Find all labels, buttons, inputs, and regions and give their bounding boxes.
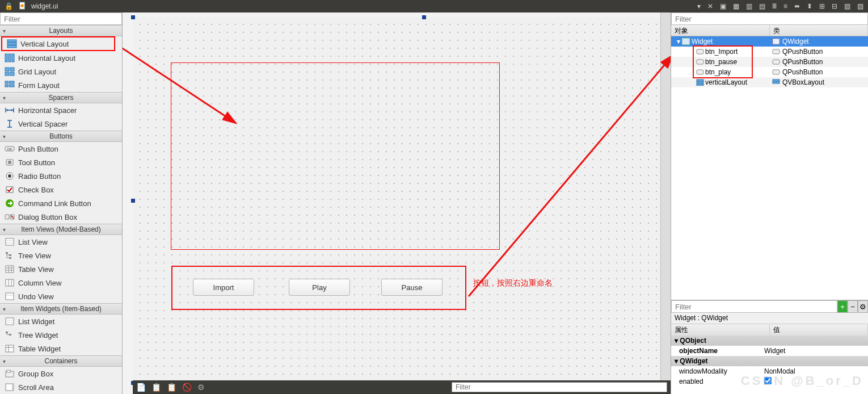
- pause-button[interactable]: Pause: [381, 279, 443, 296]
- prop-cat-qobject[interactable]: ▾ QObject: [671, 336, 868, 346]
- dropdown-icon[interactable]: ▾: [696, 2, 702, 10]
- prop-windowmodality[interactable]: windowModalityNonModal: [671, 366, 868, 376]
- widget-toolbutton[interactable]: Tool Button: [0, 156, 122, 169]
- checkbox-icon: [5, 185, 15, 194]
- hlayout-icon: [5, 53, 15, 62]
- prop-cat-qwidget[interactable]: ▾ QWidget: [671, 356, 868, 366]
- widget-listview[interactable]: List View: [0, 235, 122, 249]
- svg-rect-7: [12, 54, 14, 62]
- add-property-button[interactable]: +: [837, 300, 848, 313]
- svg-rect-30: [9, 254, 11, 256]
- button-class-icon: [772, 58, 780, 65]
- widget-dialogbuttonbox[interactable]: Dialog Button Box: [0, 210, 122, 224]
- svg-rect-6: [9, 54, 11, 62]
- prop-enabled[interactable]: enabled: [671, 376, 868, 387]
- svg-rect-37: [6, 279, 14, 286]
- inspector-row-vlayout[interactable]: verticalLayout QVBoxLayout: [671, 77, 868, 87]
- svg-rect-29: [6, 252, 8, 254]
- vertical-layout-outline[interactable]: [171, 62, 500, 250]
- expand-icon[interactable]: ▾: [677, 37, 680, 45]
- svg-rect-68: [773, 82, 779, 83]
- category-spacers[interactable]: Spacers: [0, 92, 122, 103]
- property-filter[interactable]: [671, 300, 837, 313]
- canvas-scrollbar[interactable]: [660, 12, 671, 394]
- import-button[interactable]: Import: [193, 279, 254, 296]
- svg-rect-11: [10, 72, 14, 76]
- widget-undoview[interactable]: Undo View: [0, 290, 122, 303]
- design-canvas[interactable]: Import Play Pause 按钮，按照右边重命名: [123, 12, 671, 394]
- file-icon: [19, 2, 27, 11]
- category-containers[interactable]: Containers: [0, 355, 122, 367]
- category-layouts[interactable]: Layouts: [0, 25, 122, 36]
- status-icon-1[interactable]: 📄: [136, 383, 146, 392]
- widget-pushbutton[interactable]: OKPush Button: [0, 142, 122, 156]
- widget-tablewidget[interactable]: Table Widget: [0, 342, 122, 355]
- widget-form-layout[interactable]: Form Layout: [0, 78, 122, 92]
- hsplit-icon[interactable]: ⬌: [793, 2, 801, 10]
- widget-grid-layout[interactable]: Grid Layout: [0, 65, 122, 78]
- tool3-icon[interactable]: ▥: [745, 2, 753, 10]
- widget-scrollarea[interactable]: Scroll Area: [0, 380, 122, 394]
- status-icon-4[interactable]: 🚫: [182, 383, 192, 392]
- enabled-checkbox[interactable]: [764, 377, 772, 384]
- tableview-icon: [5, 265, 15, 274]
- tool2-icon[interactable]: ▦: [732, 2, 740, 10]
- widget-treeview[interactable]: Tree View: [0, 249, 122, 262]
- property-title: Widget : QWidget: [671, 313, 868, 324]
- tool4-icon[interactable]: ▤: [758, 2, 766, 10]
- widget-tableview[interactable]: Table View: [0, 262, 122, 276]
- commandlink-icon: [5, 199, 15, 208]
- play-button[interactable]: Play: [289, 279, 350, 296]
- status-icon-2[interactable]: 📋: [151, 383, 161, 392]
- category-itemviews[interactable]: Item Views (Model-Based): [0, 224, 122, 235]
- svg-rect-46: [9, 334, 11, 336]
- widget-vertical-layout[interactable]: Vertical Layout: [1, 36, 115, 51]
- widget-radiobutton[interactable]: Radio Button: [0, 169, 122, 183]
- svg-rect-42: [6, 318, 14, 325]
- widget-treewidget[interactable]: Tree Widget: [0, 328, 122, 342]
- hlayout-icon[interactable]: Ⅲ: [771, 2, 778, 10]
- widget-checkbox[interactable]: Check Box: [0, 183, 122, 196]
- button-class-icon: [772, 48, 780, 55]
- vlayout-icon[interactable]: ≡: [782, 2, 789, 10]
- property-menu-button[interactable]: ⚙: [858, 300, 868, 313]
- lock-icon: 🔒: [3, 2, 14, 10]
- svg-rect-22: [6, 187, 13, 192]
- break-icon[interactable]: ▧: [843, 2, 852, 10]
- pushbutton-icon: OK: [5, 144, 15, 153]
- widget-horizontal-layout[interactable]: Horizontal Layout: [0, 51, 122, 65]
- form-widget[interactable]: Import Play Pause 按钮，按照右边重命名: [133, 17, 671, 383]
- widget-columnview[interactable]: Column View: [0, 276, 122, 290]
- svg-rect-32: [6, 266, 14, 273]
- status-icon-3[interactable]: 📋: [167, 383, 176, 392]
- grid2-icon[interactable]: ⊟: [831, 2, 838, 10]
- category-buttons[interactable]: Buttons: [0, 131, 122, 142]
- svg-rect-56: [682, 38, 690, 45]
- tool1-icon[interactable]: ▣: [719, 2, 727, 10]
- toolbutton-icon: [5, 158, 15, 167]
- vspacer-icon: [5, 119, 15, 128]
- category-itemwidgets[interactable]: Item Widgets (Item-Based): [0, 303, 122, 315]
- svg-rect-40: [6, 293, 14, 300]
- remove-property-button[interactable]: −: [848, 300, 858, 313]
- widgetbox-filter[interactable]: [0, 12, 122, 25]
- status-filter[interactable]: [452, 382, 667, 392]
- inspector-filter[interactable]: [671, 12, 868, 25]
- treewidget-icon: [5, 330, 15, 339]
- treeview-icon: [5, 251, 15, 260]
- widget-vspacer[interactable]: Vertical Spacer: [0, 117, 122, 131]
- vsplit-icon[interactable]: ⬍: [806, 2, 814, 10]
- grid-icon[interactable]: ⊞: [818, 2, 826, 10]
- widget-groupbox[interactable]: Group Box: [0, 367, 122, 380]
- close-icon[interactable]: ✕: [706, 2, 714, 10]
- svg-rect-13: [9, 81, 14, 83]
- widget-commandlink[interactable]: Command Link Button: [0, 196, 122, 210]
- svg-point-21: [8, 174, 11, 178]
- status-icon-5[interactable]: ⚙: [197, 383, 205, 392]
- adjust-icon[interactable]: ▨: [856, 2, 865, 10]
- svg-rect-9: [10, 68, 14, 71]
- widget-listwidget[interactable]: List Widget: [0, 315, 122, 328]
- prop-objectname[interactable]: objectNameWidget: [671, 346, 868, 356]
- columnview-icon: [5, 278, 15, 287]
- widget-hspacer[interactable]: Horizontal Spacer: [0, 103, 122, 117]
